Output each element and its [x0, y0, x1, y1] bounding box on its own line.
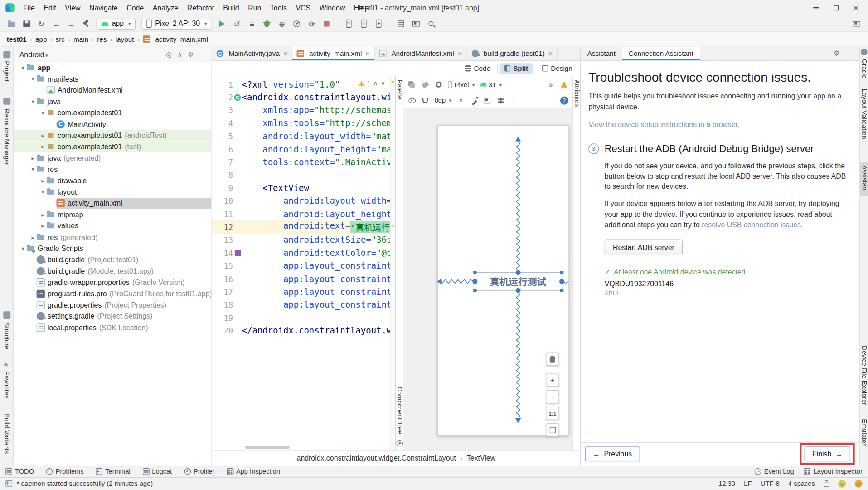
- prev-warning-icon[interactable]: ∧: [373, 79, 378, 87]
- menu-edit[interactable]: Edit: [39, 1, 61, 14]
- code-line[interactable]: 2<androidx.constraintlayout.wi: [212, 91, 395, 104]
- caret-position[interactable]: 12:30: [718, 480, 735, 488]
- orientation-icon[interactable]: [432, 79, 445, 90]
- component-tree-tab[interactable]: Component Tree: [396, 387, 403, 435]
- stop-button[interactable]: [320, 17, 334, 29]
- tree-row-res[interactable]: res: [14, 164, 212, 175]
- autoconnect-magnet-icon[interactable]: [419, 95, 432, 106]
- chevron-down-icon[interactable]: [39, 189, 47, 195]
- code-line[interactable]: 19: [212, 311, 395, 324]
- code-line[interactable]: 11 android:layout_height: [212, 208, 395, 221]
- tool-strip-favorites[interactable]: Favorites: [3, 371, 10, 398]
- code-line[interactable]: 6 android:layout_height="ma: [212, 143, 395, 156]
- close-icon[interactable]: [548, 49, 553, 57]
- forward-button[interactable]: →: [64, 17, 78, 29]
- tab-mainactivity[interactable]: MainActivity.java: [212, 47, 293, 61]
- zoom-out-button[interactable]: −: [546, 390, 559, 403]
- chevron-right-icon[interactable]: [39, 211, 47, 217]
- toolwindow-switcher-icon[interactable]: [5, 480, 12, 487]
- close-icon[interactable]: [458, 49, 462, 57]
- toolwindow-event-log[interactable]: Event Log: [755, 468, 794, 475]
- breadcrumb-textview[interactable]: TextView: [467, 454, 495, 462]
- gear-icon[interactable]: ⚙: [833, 49, 839, 58]
- finish-button[interactable]: Finish: [805, 446, 850, 461]
- code-line[interactable]: 14 android:textColor="@c: [212, 247, 395, 260]
- tree-row-app[interactable]: app: [14, 62, 212, 74]
- design-surface-icon[interactable]: [406, 79, 418, 90]
- apply-changes-button[interactable]: ↺: [230, 17, 244, 29]
- breadcrumb-src[interactable]: src: [56, 35, 65, 43]
- code-line[interactable]: 13 android:textSize="36s: [212, 234, 395, 247]
- menu-view[interactable]: View: [61, 1, 85, 14]
- tree-row-java-generated[interactable]: java(generated): [14, 152, 212, 164]
- sad-feedback-icon[interactable]: [855, 480, 863, 488]
- chevron-right-icon[interactable]: [29, 234, 37, 240]
- tree-row-gradle-wrapper[interactable]: gradle-wrapper.properties(Gradle Version…: [14, 277, 212, 288]
- minimize-button[interactable]: [806, 1, 826, 14]
- tree-row-package[interactable]: com.example.test01: [14, 107, 212, 118]
- avd-manager-button[interactable]: [342, 17, 356, 29]
- toolwindow-profiler[interactable]: Profiler: [184, 468, 214, 475]
- chevron-right-icon[interactable]: [39, 223, 47, 229]
- zoom-in-button[interactable]: +: [546, 373, 559, 387]
- debug-button[interactable]: [260, 17, 274, 29]
- code-line[interactable]: 7 tools:context=".MainActiv: [212, 156, 395, 169]
- mode-split[interactable]: Split: [500, 63, 533, 74]
- run-button[interactable]: [215, 17, 229, 29]
- gear-icon[interactable]: ⚙: [188, 50, 194, 58]
- zoom-fit-button[interactable]: [546, 423, 559, 436]
- code-line[interactable]: 10 android:layout_width=: [212, 195, 395, 208]
- gradle-sync-button[interactable]: ⟳: [305, 17, 319, 29]
- code-line[interactable]: 17 app:layout_constraint: [212, 285, 395, 299]
- pan-hand-button[interactable]: [546, 353, 559, 366]
- preview-api-dropdown[interactable]: 31: [478, 79, 504, 89]
- chevron-right-icon[interactable]: [39, 144, 47, 150]
- tool-strip-layout-validation[interactable]: Layout Validation: [860, 88, 868, 139]
- toolwindow-terminal[interactable]: Terminal: [96, 468, 130, 475]
- menu-run[interactable]: Run: [243, 1, 266, 14]
- usb-issues-link[interactable]: resolve USB connection issues: [702, 220, 801, 229]
- help-icon[interactable]: [558, 95, 570, 106]
- build-button[interactable]: [79, 17, 93, 29]
- component-tree-icon[interactable]: [396, 440, 403, 447]
- menu-window[interactable]: Window: [315, 1, 349, 14]
- palette-tab[interactable]: Palette: [396, 80, 403, 100]
- collapse-all-icon[interactable]: ∧: [177, 50, 182, 58]
- chevron-down-icon[interactable]: [29, 76, 37, 82]
- tool-strip-emulator[interactable]: Emulator: [860, 419, 868, 446]
- status-message[interactable]: * daemon started successfully (2 minutes…: [17, 480, 153, 488]
- maximize-button[interactable]: [826, 1, 846, 14]
- menu-build[interactable]: Build: [219, 1, 244, 14]
- tool-strip-structure[interactable]: Structure: [3, 323, 10, 349]
- line-ending[interactable]: LF: [744, 480, 752, 488]
- overflow-chevrons-icon[interactable]: »: [545, 79, 557, 90]
- breadcrumb-res[interactable]: res: [97, 35, 107, 43]
- chevron-down-icon[interactable]: [29, 98, 37, 104]
- code-line[interactable]: 16 app:layout_constraint: [212, 273, 395, 286]
- tool-strip-gradle[interactable]: Gradle: [860, 59, 868, 78]
- tree-row-package-test[interactable]: com.example.test01(test): [14, 141, 212, 152]
- chevron-down-icon[interactable]: [29, 167, 37, 172]
- tree-row-build-gradle-project[interactable]: build.gradle(Project: test01): [14, 254, 212, 265]
- tree-row-proguard[interactable]: proguard-rules.pro(ProGuard Rules for te…: [14, 288, 212, 299]
- restart-adb-button[interactable]: Restart ADB server: [605, 239, 683, 255]
- tool-strip-build-variants[interactable]: Build Variants: [3, 413, 10, 454]
- tool-strip-resource-manager[interactable]: Resource Manager: [3, 108, 10, 165]
- tab-connection-assistant[interactable]: Connection Assistant: [622, 47, 700, 61]
- menu-refactor[interactable]: Refactor: [183, 1, 219, 14]
- attach-debugger-button[interactable]: ⊕: [275, 17, 289, 29]
- view-options-eye-icon[interactable]: [406, 95, 418, 106]
- guidelines-icon[interactable]: I: [508, 95, 520, 106]
- breadcrumb-constraintlayout[interactable]: androidx.constraintlayout.widget.Constra…: [297, 454, 456, 462]
- tree-row-local-properties[interactable]: local.properties(SDK Location): [14, 322, 212, 333]
- zoom-reset-button[interactable]: 1:1: [546, 407, 559, 420]
- inspection-widget[interactable]: 1 ∧ ∨: [356, 78, 388, 88]
- tree-row-gradle-scripts[interactable]: Gradle Scripts: [14, 243, 212, 254]
- warning-mark[interactable]: [391, 81, 394, 83]
- save-all-button[interactable]: [19, 17, 34, 29]
- code-line[interactable]: 18 app:layout_constraint: [212, 299, 395, 312]
- infer-constraints-wand-icon[interactable]: [468, 95, 480, 106]
- run-config-dropdown[interactable]: app: [97, 17, 136, 29]
- code-line[interactable]: 8: [212, 169, 395, 182]
- design-canvas[interactable]: 真机运行测试: [403, 108, 572, 450]
